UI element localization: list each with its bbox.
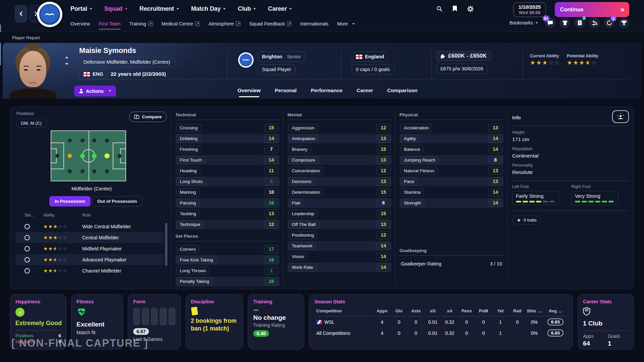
possession-in-possession[interactable]: In Possession	[49, 196, 91, 206]
trophy-icon[interactable]	[619, 17, 629, 28]
foot-strength-segment	[543, 201, 548, 202]
tab-comparison[interactable]: Comparison	[387, 82, 417, 99]
tab-career[interactable]: Career	[357, 82, 373, 99]
chevron-down-icon	[125, 8, 127, 10]
role-ability-stars: ★★★☆☆	[43, 224, 82, 230]
role-row[interactable]: ★★★☆☆Central Midfielder	[16, 232, 163, 243]
compare-button[interactable]: Compare	[129, 112, 167, 122]
inbox-messages-icon[interactable]: 9+	[545, 17, 555, 28]
subnav-medical-centre[interactable]: Medical Centre↗	[162, 21, 200, 26]
potential-ability-stars: ★★★★☆☆	[567, 59, 597, 66]
role-radio[interactable]	[24, 246, 30, 251]
position-dot-none	[117, 154, 121, 158]
attribute-value: 13	[376, 134, 391, 143]
info-title: Info	[512, 115, 521, 120]
attribute-name: Aggression	[288, 124, 318, 132]
attribute-name: Long Shots	[176, 177, 206, 186]
subnav-training[interactable]: Training↗	[129, 21, 153, 26]
subnav-first-team[interactable]: First Team	[99, 21, 120, 26]
star-full: ★	[53, 235, 58, 240]
game-date[interactable]: 1/10/2025 Wed00:00	[513, 2, 546, 17]
personality-label: Personality	[512, 163, 629, 168]
position-dot-none	[105, 169, 109, 173]
attribute-name: Anticipation	[288, 134, 319, 143]
bookmark-icon[interactable]	[451, 5, 458, 12]
menu-career[interactable]: Career	[268, 5, 292, 12]
gear-icon[interactable]	[467, 5, 474, 12]
star-full: ★	[530, 59, 536, 66]
bookmarks-dropdown[interactable]: Bookmarks	[509, 20, 538, 25]
attribute-name: Teamwork	[288, 242, 316, 250]
rotation-icon[interactable]: 2	[604, 17, 614, 28]
role-row[interactable]: ★★★☆☆Wide Central Midfielder	[16, 221, 163, 232]
attribute-row: Leadership15	[287, 209, 391, 219]
subnav-internationals[interactable]: Internationals	[300, 21, 328, 26]
subnav-more[interactable]: More	[337, 21, 355, 26]
menu-match-day[interactable]: Match Day	[191, 5, 226, 12]
attribute-row: Flair8	[287, 198, 391, 208]
attribute-value: 3	[264, 177, 279, 186]
tab-personal[interactable]: Personal	[275, 82, 297, 99]
tab-overview[interactable]: Overview	[237, 82, 261, 99]
subnav-label: Squad Feedback	[249, 21, 285, 26]
possession-out-of-possession[interactable]: Out of Possession	[92, 196, 143, 206]
role-table-header: Sel… Ability Role	[16, 213, 167, 218]
chevron-down-icon	[223, 8, 226, 10]
subnav-squad-feedback[interactable]: Squad Feedback↗	[249, 21, 291, 26]
role-ability-stars: ★★★☆☆☆	[43, 246, 82, 252]
menu-club[interactable]: Club	[238, 5, 256, 12]
back-button[interactable]	[15, 5, 27, 22]
role-row[interactable]: ★★★☆☆☆Midfield Playmaker	[16, 243, 163, 254]
attribute-radar-button[interactable]	[612, 110, 629, 123]
nation-pill[interactable]: England	[352, 52, 388, 62]
report-card-icon[interactable]	[574, 17, 585, 28]
menu-recruitment[interactable]: Recruitment	[140, 5, 179, 12]
actions-button[interactable]: Actions	[74, 85, 116, 97]
attribute-name: Composure	[288, 156, 319, 164]
club-team-pill[interactable]: BrightonSenior	[258, 52, 305, 62]
sparkle-icon	[517, 218, 521, 222]
role-radio[interactable]	[24, 257, 30, 262]
subnav-overview[interactable]: Overview	[70, 21, 90, 26]
tag-icon	[440, 54, 445, 59]
role-row[interactable]: ★★★☆☆☆Advanced Playmaker	[16, 254, 163, 265]
player-position-pill: Defensive Midfielder, Midfielder (Centre…	[79, 57, 175, 67]
menu-portal[interactable]: Portal	[70, 5, 92, 12]
club-crest-icon[interactable]	[37, 2, 62, 27]
attribute-row: Jumping Reach8	[399, 155, 503, 165]
physical-column: Physical Acceleration13Agility14Balance1…	[399, 112, 503, 269]
compare-icon	[134, 115, 139, 119]
no-change-icon	[253, 310, 259, 311]
season-stat-cell: 1	[493, 327, 508, 339]
attribute-row: Vision14	[287, 252, 391, 261]
scouting-icon[interactable]	[589, 17, 600, 28]
continue-button[interactable]: Continue »	[555, 2, 629, 17]
attribute-value: 12	[376, 167, 391, 175]
happiness-icon	[15, 308, 24, 317]
attribute-value: 12	[376, 124, 391, 132]
attribute-value: 13	[488, 177, 503, 186]
role-row[interactable]: ★★★☆☆☆Channel Midfielder	[16, 265, 163, 276]
chevron-down-icon	[289, 8, 292, 10]
attribute-name: Work Rate	[288, 263, 317, 272]
star-full: ★	[573, 59, 579, 66]
chevron-up-icon	[65, 56, 68, 58]
player-name: Maisie Symonds	[79, 46, 136, 55]
role-radio[interactable]	[24, 224, 30, 229]
subnav-atmosphere[interactable]: Atmosphere↗	[209, 21, 240, 26]
position-dot-none	[105, 138, 109, 142]
squad-shirt-icon[interactable]	[559, 17, 570, 28]
main-menu: PortalSquadRecruitmentMatch DayClubCaree…	[70, 3, 292, 15]
search-icon[interactable]	[436, 5, 443, 12]
season-stat-cell: 1	[493, 316, 508, 327]
season-stat-cell: 0	[509, 316, 525, 327]
role-radio[interactable]	[24, 235, 30, 240]
date-day-time: Wed00:00	[517, 10, 542, 15]
career-clubs: 1 Club	[583, 320, 629, 327]
role-radio[interactable]	[24, 268, 30, 274]
tab-performance[interactable]: Performance	[311, 82, 342, 99]
player-cycle-buttons[interactable]	[65, 56, 68, 65]
menu-squad[interactable]: Squad	[104, 5, 127, 12]
role-list-scrollbar[interactable]	[165, 223, 167, 266]
traits-pill[interactable]: 0 traits	[512, 216, 541, 225]
